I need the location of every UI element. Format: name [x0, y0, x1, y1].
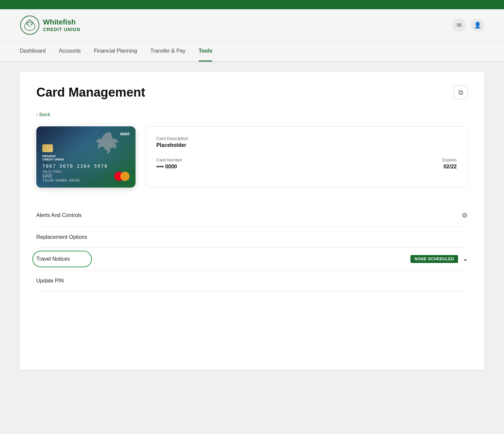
logo-text: Whitefish CREDIT UNION [43, 18, 80, 32]
card-debit-label: debit [120, 132, 130, 136]
nav-accounts[interactable]: Accounts [59, 41, 81, 62]
logo: Whitefish CREDIT UNION [20, 15, 80, 35]
none-scheduled-badge: NONE SCHEDULED [410, 255, 458, 263]
update-pin-row[interactable]: Update PIN [36, 271, 468, 291]
mail-button[interactable]: ✉ [452, 19, 466, 32]
chevron-left-icon: ‹ [36, 111, 38, 117]
card-number-expires-row: Card Number •••• 0000 Expires 02/22 [156, 157, 457, 170]
card-logo-row: Whitefish CREDIT UNION [42, 155, 130, 161]
mc-orange-circle [120, 172, 130, 181]
nav-tools[interactable]: Tools [199, 41, 212, 62]
card-management-container: Card Management ⧉ ‹ Back debit Whi [20, 72, 484, 370]
mail-icon: ✉ [457, 22, 462, 29]
svg-point-3 [31, 24, 32, 25]
svg-point-0 [20, 16, 39, 34]
svg-point-2 [27, 24, 28, 25]
alerts-controls-right: ⚙ [462, 211, 468, 219]
card-number-value: •••• 0000 [156, 164, 182, 170]
card-expires-value: 02/22 [443, 164, 457, 170]
copy-icon-button[interactable]: ⧉ [454, 85, 468, 99]
debit-card-visual: debit Whitefish CREDIT UNION 7867 5678 2… [36, 126, 136, 188]
card-number-col: Card Number •••• 0000 [156, 157, 182, 170]
card-expires-col: Expires 02/22 [443, 157, 457, 170]
top-bar [0, 0, 504, 9]
page-title: Card Management [36, 85, 145, 100]
card-brand-text: Whitefish CREDIT UNION [42, 155, 64, 161]
card-description-label: Card Description [156, 136, 457, 141]
logo-credit-union: CREDIT UNION [43, 27, 80, 32]
copy-icon: ⧉ [458, 89, 463, 96]
nav-transfer-pay[interactable]: Transfer & Pay [150, 41, 185, 62]
travel-notices-label: Travel Notices [36, 256, 70, 262]
header: Whitefish CREDIT UNION ✉ 👤 [0, 9, 504, 41]
card-bottom-info: VALID THRU 12/22 YOUR NAME HERE [42, 170, 80, 182]
nav-dashboard[interactable]: Dashboard [20, 41, 46, 62]
travel-notices-row[interactable]: Travel Notices NONE SCHEDULED ⌄ [36, 248, 468, 271]
card-valid-thru-label: VALID THRU [42, 170, 80, 174]
logo-icon [20, 15, 40, 35]
mastercard-logo [114, 172, 130, 181]
alerts-controls-label: Alerts And Controls [36, 212, 82, 218]
header-icons: ✉ 👤 [452, 19, 484, 32]
back-label: Back [39, 111, 50, 117]
main-content: Card Management ⧉ ‹ Back debit Whi [0, 62, 504, 380]
page-header: Card Management ⧉ [36, 85, 468, 100]
chevron-down-icon: ⌄ [463, 255, 468, 263]
user-icon: 👤 [474, 22, 481, 29]
logo-whitefish: Whitefish [43, 18, 80, 26]
card-expiry: 12/22 [42, 174, 80, 178]
card-number-display: 7867 5678 2364 5978 [42, 163, 130, 169]
nav-financial-planning[interactable]: Financial Planning [94, 41, 137, 62]
user-button[interactable]: 👤 [471, 19, 484, 32]
gear-icon: ⚙ [462, 211, 468, 219]
main-nav: Dashboard Accounts Financial Planning Tr… [0, 41, 504, 62]
update-pin-label: Update PIN [36, 278, 64, 284]
card-chip [42, 144, 53, 152]
card-info-panel: Card Description Placeholder Card Number… [145, 126, 468, 188]
card-description-section: Card Description Placeholder [156, 136, 457, 148]
card-number-label: Card Number [156, 157, 182, 162]
replacement-options-row[interactable]: Replacement Options [36, 227, 468, 248]
card-holder-name: YOUR NAME HERE [42, 178, 80, 182]
card-bottom-row: VALID THRU 12/22 YOUR NAME HERE [42, 170, 130, 182]
alerts-controls-row[interactable]: Alerts And Controls ⚙ [36, 204, 468, 227]
card-description-value: Placeholder [156, 142, 457, 148]
back-link[interactable]: ‹ Back [36, 111, 468, 117]
card-expires-label: Expires [443, 157, 457, 162]
card-section: debit Whitefish CREDIT UNION 7867 5678 2… [36, 126, 468, 188]
travel-notices-right: NONE SCHEDULED ⌄ [410, 255, 468, 263]
replacement-options-label: Replacement Options [36, 234, 87, 240]
